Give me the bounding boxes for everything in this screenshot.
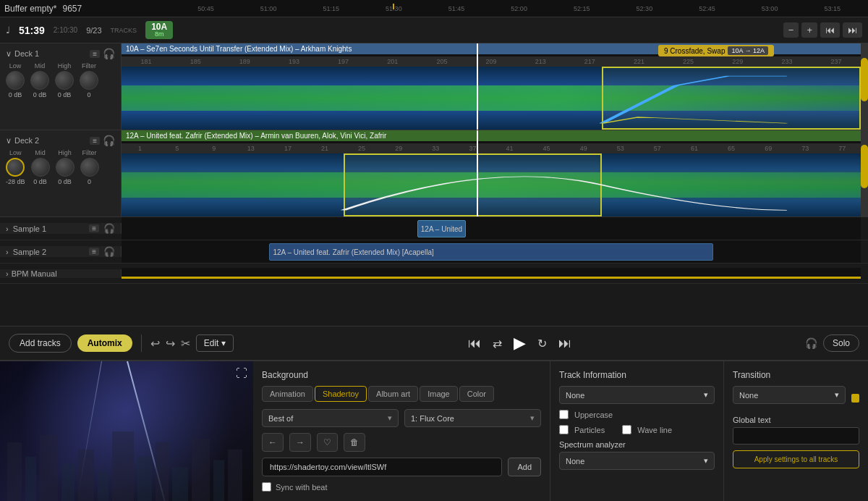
- deck1-scrollbar[interactable]: [861, 43, 868, 130]
- deck2-ruler: 1591317212529333741454953576165697377: [122, 143, 861, 153]
- sample1-expand[interactable]: ›: [6, 224, 9, 233]
- transport-play[interactable]: ▶: [514, 334, 526, 353]
- global-text-label: Global text: [733, 416, 859, 424]
- sample1-block: 12A – United: [417, 220, 466, 237]
- particles-label: Particles: [574, 426, 605, 434]
- deck2-settings[interactable]: ≡: [90, 137, 100, 145]
- tab-album-art[interactable]: Album art: [368, 386, 418, 402]
- sample2-settings[interactable]: ≡: [89, 248, 99, 256]
- sample1-settings[interactable]: ≡: [89, 224, 99, 232]
- sub-time: 2:10:30: [54, 26, 77, 34]
- sample2-track: 12A – United feat. Zafrir (Extended Mix)…: [122, 240, 861, 263]
- edit-dropdown[interactable]: Edit ▾: [196, 334, 234, 352]
- svg-rect-0: [7, 442, 22, 501]
- prev-shader-button[interactable]: ←: [262, 433, 284, 452]
- undo-button[interactable]: ↩: [150, 337, 160, 350]
- sample1-row: › Sample 1 ≡ 🎧 12A – United: [0, 217, 868, 240]
- zoom-in-button[interactable]: +: [801, 22, 817, 38]
- sample2-row: › Sample 2 ≡ 🎧 12A – United feat. Zafrir…: [0, 240, 868, 264]
- deck1-expand[interactable]: ∨: [6, 49, 12, 59]
- transport-shuffle[interactable]: ⇄: [493, 337, 502, 350]
- delete-button[interactable]: 🗑: [344, 433, 365, 452]
- apply-settings-button[interactable]: Apply settings to all tracks: [733, 450, 859, 468]
- deck2-scrollbar[interactable]: [861, 130, 868, 216]
- transition-panel: Transition None ▾ Global text Apply sett…: [723, 361, 868, 501]
- expand-icon[interactable]: ⛶: [236, 367, 247, 380]
- crossfade-keys: 10A → 12A: [728, 46, 768, 55]
- buffer-status: Buffer empty*: [4, 4, 56, 14]
- city-visual: ⛶: [0, 361, 253, 501]
- flux-core-dropdown[interactable]: 1: Flux Core ▾: [404, 409, 541, 427]
- sample2-expand[interactable]: ›: [6, 248, 9, 256]
- sync-checkbox[interactable]: [262, 482, 271, 492]
- bpm-row: › BPM Manual: [0, 264, 868, 284]
- skip-fwd-button[interactable]: ⏭: [843, 22, 862, 38]
- deck2-high-knob-group: High 0 dB: [56, 149, 75, 185]
- favorite-button[interactable]: ♡: [317, 433, 338, 452]
- deck1-headphones[interactable]: 🎧: [103, 48, 115, 59]
- transport-skip-back[interactable]: ⏮: [468, 336, 481, 351]
- tab-shadertoy[interactable]: Shadertoy: [315, 386, 367, 402]
- track-info-arrow: ▾: [704, 390, 708, 400]
- deck2-filter-knob-group: Filter 0: [80, 149, 99, 185]
- time-display: 51:39: [19, 25, 45, 36]
- tracks-label: TRACKS: [111, 27, 137, 34]
- wave-line-checkbox[interactable]: [622, 425, 631, 434]
- transport-controls: ⏮ ⇄ ▶ ↻ ⏭: [239, 334, 799, 353]
- deck2-label: Deck 2: [14, 136, 39, 145]
- deck1-mid-knob[interactable]: [30, 71, 49, 90]
- dropdown1-arrow: ▾: [388, 413, 392, 423]
- deck1-low-knob[interactable]: [6, 71, 25, 90]
- best-of-dropdown[interactable]: Best of ▾: [262, 409, 399, 427]
- deck1-settings[interactable]: ≡: [90, 50, 100, 58]
- deck1-high-knob[interactable]: [55, 71, 74, 90]
- zoom-out-button[interactable]: −: [783, 22, 799, 38]
- bpm-label[interactable]: › BPM Manual: [0, 269, 122, 278]
- ruler: 50:45 51:00 51:15 51:30 51:45 52:00 52:1…: [174, 5, 864, 12]
- nav-buttons: − + ⏮ ⏭: [783, 22, 862, 38]
- url-input[interactable]: [262, 458, 502, 476]
- deck2-mid-knob[interactable]: [31, 158, 50, 177]
- transition-arrow: ▾: [835, 390, 839, 400]
- sync-label: Sync with beat: [276, 483, 328, 492]
- sample2-headphones[interactable]: 🎧: [103, 246, 115, 257]
- spectrum-dropdown[interactable]: None ▾: [559, 452, 715, 470]
- global-text-input[interactable]: [733, 427, 859, 445]
- deck2-expand[interactable]: ∨: [6, 136, 12, 146]
- header-row: ♩ 51:39 2:10:30 9/23 TRACKS 10A 8m − + ⏮…: [0, 17, 868, 43]
- uppercase-checkbox[interactable]: [559, 410, 569, 419]
- tab-image[interactable]: Image: [420, 386, 458, 402]
- bpm-track: [122, 268, 861, 279]
- deck2-waveform-bg: [122, 153, 861, 216]
- deck2-filter-knob[interactable]: [80, 158, 99, 177]
- redo-button[interactable]: ↪: [166, 337, 175, 350]
- transport-loop[interactable]: ↻: [537, 337, 547, 350]
- add-url-button[interactable]: Add: [508, 458, 541, 476]
- add-tracks-button[interactable]: Add tracks: [9, 334, 72, 353]
- particles-checkbox[interactable]: [559, 425, 569, 434]
- uppercase-label: Uppercase: [574, 411, 613, 419]
- deck1-waveform: 9 Crossfade, Swap 10A → 12A 10A – Se7en …: [122, 43, 861, 130]
- tab-animation[interactable]: Animation: [262, 386, 313, 402]
- deck2-wave-area: [122, 153, 861, 216]
- transition-title: Transition: [733, 370, 859, 380]
- particles-row: Particles Wave line: [559, 425, 715, 434]
- deck2-waveform: 12A – United feat. Zafrir (Extended Mix)…: [122, 130, 861, 216]
- skip-back-button[interactable]: ⏮: [820, 22, 840, 38]
- svg-rect-1: [25, 457, 36, 501]
- deck1-waveform-bg: [122, 67, 861, 130]
- deck1-controls: ∨ Deck 1 ≡ 🎧 Low 0 dB Mid 0 dB High: [0, 43, 122, 130]
- track-info-dropdown[interactable]: None ▾: [559, 386, 715, 404]
- deck2-headphones[interactable]: 🎧: [103, 135, 115, 146]
- scissors-button[interactable]: ✂: [181, 337, 190, 350]
- tab-color[interactable]: Color: [459, 386, 494, 402]
- deck2-low-knob[interactable]: [6, 158, 25, 177]
- deck2-high-knob[interactable]: [56, 158, 75, 177]
- sample1-headphones[interactable]: 🎧: [103, 223, 115, 234]
- transition-dropdown[interactable]: None ▾: [733, 386, 846, 404]
- next-shader-button[interactable]: →: [289, 433, 311, 452]
- deck1-filter-knob[interactable]: [80, 71, 98, 90]
- solo-button[interactable]: Solo: [823, 334, 859, 352]
- automix-button[interactable]: Automix: [77, 334, 132, 352]
- transport-skip-fwd[interactable]: ⏭: [558, 336, 571, 351]
